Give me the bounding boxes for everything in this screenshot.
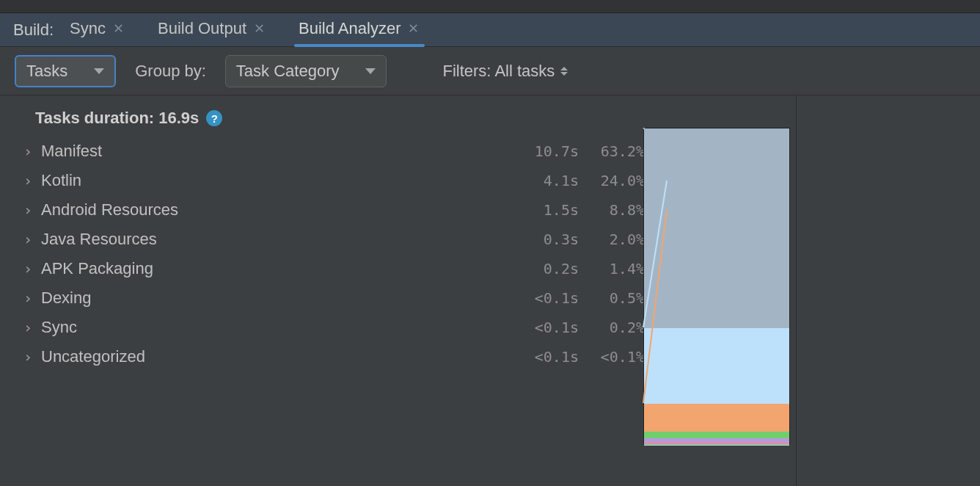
chevron-down-icon	[365, 68, 376, 74]
chart-segment	[644, 328, 789, 404]
task-percent: 63.2%	[585, 142, 651, 160]
tab-label: Sync	[70, 19, 106, 38]
tab-sync[interactable]: Sync✕	[68, 15, 125, 46]
task-name: Sync	[38, 318, 511, 337]
task-percent: 2.0%	[585, 231, 651, 248]
chevron-right-icon[interactable]: ›	[18, 289, 38, 307]
task-duration: 0.2s	[511, 260, 585, 278]
tab-build-output[interactable]: Build Output✕	[156, 15, 266, 46]
tab-label: Build Output	[158, 19, 246, 38]
close-icon[interactable]: ✕	[254, 22, 265, 35]
view-dropdown-value: Tasks	[26, 62, 67, 81]
chevron-right-icon[interactable]: ›	[18, 142, 38, 160]
tab-label: Build Analyzer	[299, 19, 401, 38]
close-icon[interactable]: ✕	[113, 22, 124, 35]
close-icon[interactable]: ✕	[408, 22, 419, 35]
task-duration: 1.5s	[511, 201, 585, 219]
task-duration: 0.3s	[511, 231, 585, 248]
chevron-right-icon[interactable]: ›	[18, 348, 38, 366]
task-duration: <0.1s	[511, 289, 585, 307]
tasks-panel: Tasks duration: 16.9s ? ›Manifest10.7s63…	[0, 95, 797, 486]
task-duration: <0.1s	[511, 319, 585, 336]
task-duration: 4.1s	[511, 172, 585, 189]
task-duration: 10.7s	[511, 142, 585, 160]
chart-segment	[644, 445, 789, 446]
task-name: Kotlin	[38, 171, 511, 190]
duration-text: Tasks duration: 16.9s	[35, 109, 199, 128]
chart-segment	[644, 432, 789, 438]
chart-segment	[644, 128, 789, 328]
filters-label: Filters: All tasks	[442, 62, 555, 81]
sort-icon	[560, 67, 568, 76]
task-percent: 0.5%	[585, 289, 651, 307]
group-by-dropdown[interactable]: Task Category	[225, 55, 387, 87]
window-top-strip	[0, 0, 980, 13]
task-percent: 0.2%	[585, 319, 651, 336]
filters-selector[interactable]: Filters: All tasks	[442, 62, 568, 81]
task-name: Java Resources	[38, 230, 511, 249]
task-name: Manifest	[38, 142, 511, 161]
group-by-label: Group by:	[135, 62, 206, 81]
chevron-right-icon[interactable]: ›	[18, 319, 38, 336]
build-panel-tabs: Build: Sync✕Build Output✕Build Analyzer✕	[0, 13, 980, 47]
task-percent: <0.1%	[585, 348, 651, 366]
chart-segment	[644, 404, 789, 432]
chevron-down-icon	[94, 68, 104, 74]
details-panel	[797, 95, 980, 486]
chevron-right-icon[interactable]: ›	[18, 172, 38, 189]
chevron-right-icon[interactable]: ›	[18, 260, 38, 278]
task-duration: <0.1s	[511, 348, 585, 366]
tab-build-analyzer[interactable]: Build Analyzer✕	[297, 15, 420, 46]
task-name: Dexing	[38, 289, 511, 308]
task-name: Uncategorized	[38, 347, 511, 366]
panel-label: Build:	[13, 21, 54, 40]
task-percent: 1.4%	[585, 260, 651, 278]
task-percent: 8.8%	[585, 201, 651, 219]
chevron-right-icon[interactable]: ›	[18, 201, 38, 219]
help-icon[interactable]: ?	[206, 110, 222, 126]
task-name: Android Resources	[38, 200, 511, 220]
view-dropdown[interactable]: Tasks	[15, 55, 116, 87]
task-percent: 24.0%	[585, 172, 651, 189]
task-name: APK Packaging	[38, 259, 511, 278]
chevron-right-icon[interactable]: ›	[18, 231, 38, 248]
group-by-value: Task Category	[236, 62, 340, 81]
tasks-duration-header: Tasks duration: 16.9s ?	[35, 109, 796, 128]
analyzer-controls-bar: Tasks Group by: Task Category Filters: A…	[0, 47, 980, 95]
tasks-stacked-bar	[643, 128, 790, 445]
